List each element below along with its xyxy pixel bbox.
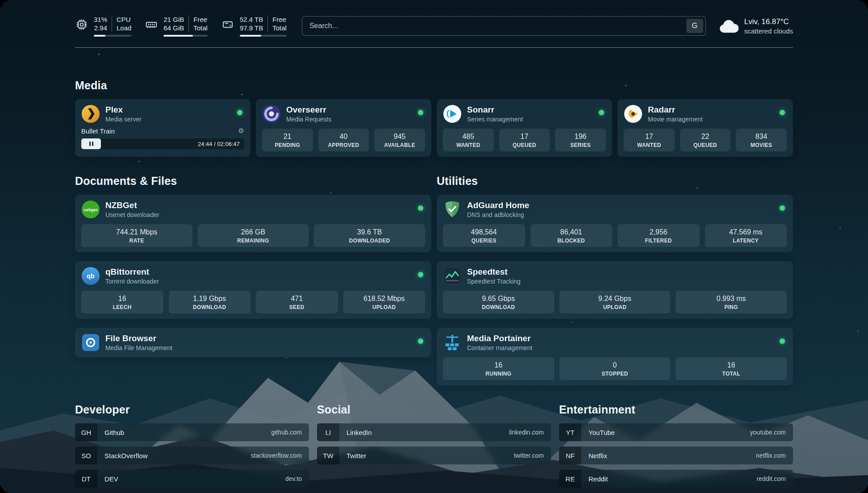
pause-icon[interactable] [81,138,101,149]
service-name: qBittorrent [105,267,159,277]
cpu-usage-bar [94,35,131,37]
stat-download: 1.19 Gbps DOWNLOAD [169,291,251,313]
stat-remaining: 266 GB REMAINING [198,224,309,247]
stat-running: 16 RUNNING [443,357,554,380]
memory-widget: 21 GiB Free 64 GiB Total [145,15,208,37]
stat-stopped: 0 STOPPED [559,357,671,380]
search-provider-button[interactable]: G [686,19,703,33]
documents-section-title: Documents & Files [75,175,431,188]
service-card-overseerr[interactable]: Overseerr Media Requests 21 PENDING 40 A… [256,99,431,157]
service-desc: Media Requests [286,115,331,123]
memory-usage-bar [163,35,208,37]
status-dot [418,338,423,344]
service-name: Media Portainer [467,333,532,343]
bookmark-abbr: YT [559,423,581,441]
bookmark-abbr: TW [317,447,339,464]
sonarr-icon [443,104,462,123]
service-card-portainer[interactable]: Media Portainer Container management 16 … [437,328,793,385]
bookmark-stackoverflow[interactable]: SO StackOverflow stackoverflow.com [75,447,309,464]
cpu-label: CPU [112,15,131,24]
bookmark-reddit[interactable]: RE Reddit reddit.com [559,470,793,488]
top-bar: 31% CPU 2.94 Load 21 [75,15,793,37]
section-documents: Documents & Files nzbget NZBGet Usenet d… [75,175,431,357]
stat-pending: 21 PENDING [262,129,313,151]
service-card-nzbget[interactable]: nzbget NZBGet Usenet downloader 744.21 M… [75,195,431,252]
bookmark-abbr: RE [559,470,581,488]
search-input[interactable] [302,16,706,36]
service-desc: Movie management [648,115,703,123]
bookmark-abbr: DT [75,470,97,488]
bookmark-abbr: SO [75,447,97,464]
service-card-filebrowser[interactable]: File Browser Media File Management [75,328,431,357]
weather-condition: scattered clouds [744,27,793,35]
stat-latency: 47.569 ms LATENCY [705,224,787,247]
stat-approved: 40 APPROVED [318,129,369,151]
stat-queries: 498,564 QUERIES [443,224,525,247]
plex-icon [81,104,100,123]
stat-upload: 618.52 Mbps UPLOAD [343,291,426,313]
stat-queued: 22 QUEUED [680,129,731,151]
stat-movies: 834 MOVIES [736,129,787,151]
portainer-icon [443,333,462,352]
cloud-icon [718,18,739,33]
bookmark-twitter[interactable]: TW Twitter twitter.com [317,447,551,464]
bookmark-group-social: Social LI LinkedIn linkedin.com TW Twitt… [317,403,551,464]
stat-blocked: 86,401 BLOCKED [530,224,613,247]
status-dot [780,205,785,211]
stat-wanted: 17 WANTED [624,129,675,151]
cpu-load-label: Load [112,24,131,32]
media-section-title: Media [75,79,793,92]
service-card-speedtest[interactable]: Speedtest Speedtest Tracking 9.65 Gbps D… [437,261,793,319]
cpu-usage-value: 31% [94,15,112,24]
disk-free-label: Free [267,15,287,24]
qbittorrent-icon: qb [81,267,100,285]
service-desc: Container management [467,344,532,352]
system-metrics: 31% CPU 2.94 Load 21 [75,15,287,37]
status-dot [418,110,423,115]
memory-total-value: 64 GiB [163,24,188,32]
bookmark-youtube[interactable]: YT YouTube youtube.com [559,423,793,441]
nzbget-icon: nzbget [81,200,100,219]
disk-usage-bar [240,35,287,37]
service-card-radarr[interactable]: Radarr Movie management 17 WANTED 22 QUE… [618,99,793,157]
cpu-load-value: 2.94 [94,24,112,32]
bookmark-group-entertainment: Entertainment YT YouTube youtube.com NF … [559,403,793,488]
service-card-sonarr[interactable]: Sonarr Series management 485 WANTED 17 Q… [437,99,612,157]
bookmark-dev[interactable]: DT DEV dev.to [75,470,309,488]
service-name: Overseerr [286,104,331,115]
service-desc: Series management [467,115,523,123]
service-card-adguard[interactable]: AdGuard Home DNS and adblocking 498,564 … [437,195,793,252]
svg-text:nzbget: nzbget [84,207,98,212]
plex-now-playing: Bullet Train ⚙ 24:44 / 02:06:47 [81,127,244,149]
stat-downloaded: 39.6 TB DOWNLOADED [314,224,425,247]
stat-ping: 0.993 ms PING [676,291,787,313]
service-name: Plex [105,104,142,115]
search-bar: G [302,16,706,36]
disk-free-value: 52.4 TB [240,15,267,24]
stat-seed: 471 SEED [256,291,338,313]
service-name: Sonarr [467,104,523,115]
disk-total-label: Total [267,24,287,32]
weather-widget[interactable]: Lviv, 16.87°C scattered clouds [718,17,793,35]
memory-free-label: Free [188,15,208,24]
memory-icon [145,18,158,31]
stat-download: 9.65 Gbps DOWNLOAD [443,291,554,313]
stat-filtered: 2,956 FILTERED [618,224,700,247]
service-desc: Media server [105,115,142,123]
service-card-qbittorrent[interactable]: qb qBittorrent Torrent downloader 16 LEE… [75,261,431,319]
entertainment-section-title: Entertainment [559,403,793,416]
disk-widget: 52.4 TB Free 97.9 TB Total [221,15,287,37]
service-name: AdGuard Home [467,200,529,210]
bookmark-github[interactable]: GH Github github.com [75,423,309,441]
playback-time: 24:44 / 02:06:47 [198,141,244,147]
playback-progress-bar[interactable]: 24:44 / 02:06:47 [81,138,244,149]
bookmark-netflix[interactable]: NF Netflix netflix.com [559,447,793,464]
service-name: File Browser [105,333,172,343]
bookmark-linkedin[interactable]: LI LinkedIn linkedin.com [317,423,551,441]
status-dot [599,110,604,115]
status-dot [780,338,785,344]
service-card-plex[interactable]: Plex Media server Bullet Train ⚙ 24:44 /… [75,99,250,157]
gear-icon[interactable]: ⚙ [238,127,244,135]
service-desc: Speedtest Tracking [467,277,521,285]
svg-text:qb: qb [87,272,95,280]
